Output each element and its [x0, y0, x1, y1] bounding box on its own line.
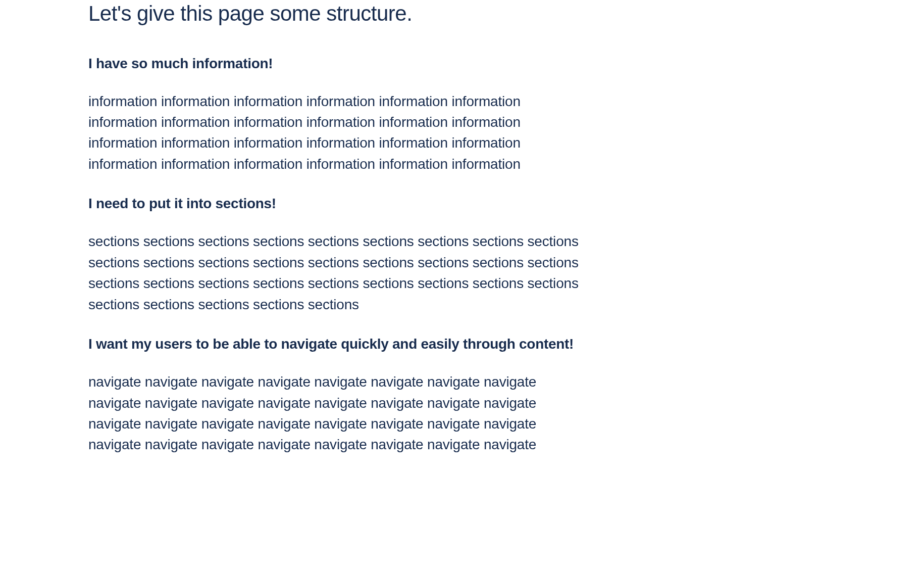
document-content: Let's give this page some structure. I h…	[0, 0, 707, 455]
section-body-3: navigate navigate navigate navigate navi…	[88, 371, 583, 455]
section-heading-3: I want my users to be able to navigate q…	[88, 336, 707, 352]
section-body-2: sections sections sections sections sect…	[88, 231, 583, 315]
section-heading-1: I have so much information!	[88, 56, 707, 72]
section-heading-2: I need to put it into sections!	[88, 196, 707, 212]
page-title: Let's give this page some structure.	[88, 0, 707, 28]
section-body-1: information information information info…	[88, 91, 583, 175]
